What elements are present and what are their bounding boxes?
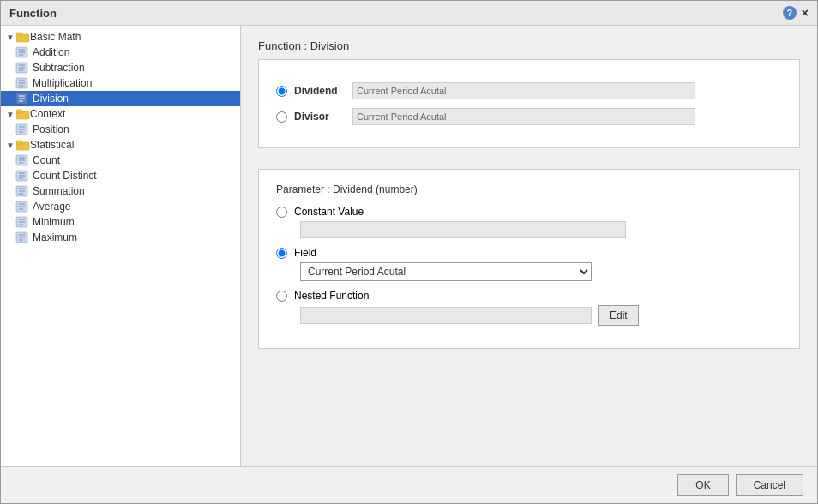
nested-input-row: Edit [300, 305, 782, 326]
tree-label-addition: Addition [33, 46, 69, 58]
tree-item-addition[interactable]: Addition [1, 45, 240, 60]
tree-label-count-distinct: Count Distinct [33, 170, 97, 182]
dividend-label: Dividend [294, 85, 346, 97]
field-select-row: Current Period Acutal [300, 262, 782, 281]
leaf-icon-position [4, 123, 30, 135]
constant-input-area [300, 221, 782, 238]
constant-radio[interactable] [276, 207, 287, 218]
function-box: Dividend Current Period Acutal Divisor C… [258, 59, 800, 148]
function-dialog: Function ? × ▼ Basic Math [0, 0, 818, 504]
leaf-icon-division [4, 93, 30, 105]
dialog-footer: OK Cancel [1, 466, 817, 503]
constant-value-row: Constant Value [276, 206, 782, 238]
help-icon[interactable]: ? [783, 6, 797, 20]
parameter-box: Parameter : Dividend (number) Constant V… [258, 169, 800, 349]
tree-label-position: Position [33, 123, 69, 135]
divisor-label: Divisor [294, 111, 346, 123]
nested-input-bg [300, 307, 592, 324]
tree-item-summation[interactable]: Summation [1, 183, 240, 199]
nested-label: Nested Function [294, 290, 369, 302]
field-select[interactable]: Current Period Acutal [300, 262, 592, 281]
dividend-row: Dividend Current Period Acutal [276, 82, 782, 99]
svg-rect-19 [16, 110, 22, 113]
constant-radio-row: Constant Value [276, 206, 782, 218]
leaf-icon-average [4, 201, 30, 213]
edit-button[interactable]: Edit [598, 305, 639, 326]
tree-item-count[interactable]: Count [1, 153, 240, 168]
tree-item-division[interactable]: Division [1, 91, 240, 106]
tree-item-multiplication[interactable]: Multiplication [1, 75, 240, 91]
tree-item-maximum[interactable]: Maximum [1, 230, 240, 245]
tree-item-context[interactable]: ▼ Context [1, 106, 240, 122]
nested-radio-row: Nested Function [276, 290, 782, 302]
tree-label-basic-math: Basic Math [30, 31, 81, 43]
svg-rect-25 [16, 141, 22, 144]
leaf-icon-subtraction [4, 62, 30, 74]
tree-item-minimum[interactable]: Minimum [1, 214, 240, 230]
function-header-text: Function : Division [258, 39, 800, 52]
leaf-icon-count-distinct [4, 170, 30, 182]
dividend-value: Current Period Acutal [352, 82, 695, 99]
nested-radio[interactable] [276, 291, 287, 302]
field-radio[interactable] [276, 248, 287, 259]
right-panel: Function : Division Dividend Current Per… [241, 26, 817, 466]
field-row: Field Current Period Acutal [276, 247, 782, 281]
field-label: Field [294, 247, 316, 259]
field-radio-row: Field [276, 247, 782, 259]
tree-item-basic-math[interactable]: ▼ Basic Math [1, 29, 240, 45]
tree-label-minimum: Minimum [33, 216, 75, 228]
svg-rect-1 [16, 33, 22, 36]
nested-function-row: Nested Function Edit [276, 290, 782, 326]
tree-item-position[interactable]: Position [1, 122, 240, 137]
tree-item-count-distinct[interactable]: Count Distinct [1, 168, 240, 183]
divisor-row: Divisor Current Period Acutal [276, 108, 782, 125]
parameter-header: Parameter : Dividend (number) [276, 183, 782, 195]
dividend-radio[interactable] [276, 86, 287, 97]
leaf-icon-count [4, 154, 30, 166]
tree-label-division: Division [33, 93, 69, 105]
divisor-radio[interactable] [276, 111, 287, 123]
folder-icon-statistical [16, 139, 30, 151]
tree-panel: ▼ Basic Math Addition [1, 26, 241, 466]
expand-arrow-statistical: ▼ [4, 139, 16, 151]
tree-label-summation: Summation [33, 185, 85, 197]
leaf-icon-summation [4, 185, 30, 197]
dialog-title: Function [9, 7, 57, 20]
leaf-icon-minimum [4, 216, 30, 228]
constant-label: Constant Value [294, 206, 364, 218]
tree-label-maximum: Maximum [33, 231, 77, 243]
dialog-titlebar: Function ? × [1, 1, 817, 26]
tree-item-average[interactable]: Average [1, 199, 240, 214]
titlebar-buttons: ? × [783, 6, 809, 20]
folder-icon-context [16, 108, 30, 120]
tree-label-multiplication: Multiplication [33, 77, 92, 89]
ok-button[interactable]: OK [677, 474, 728, 496]
tree-item-subtraction[interactable]: Subtraction [1, 60, 240, 75]
leaf-icon-addition [4, 46, 30, 58]
leaf-icon-multiplication [4, 77, 30, 89]
expand-arrow-basic-math: ▼ [4, 31, 16, 43]
folder-icon-basic-math [16, 31, 30, 43]
tree-item-statistical[interactable]: ▼ Statistical [1, 137, 240, 153]
close-icon[interactable]: × [802, 6, 809, 20]
constant-input-bg [300, 221, 626, 238]
tree-label-count: Count [33, 154, 60, 166]
divisor-value: Current Period Acutal [352, 108, 695, 125]
tree-scroll-area[interactable]: ▼ Basic Math Addition [1, 29, 240, 463]
expand-arrow-context: ▼ [4, 108, 16, 120]
tree-label-context: Context [30, 108, 65, 120]
tree-label-statistical: Statistical [30, 139, 74, 151]
cancel-button[interactable]: Cancel [736, 474, 803, 496]
tree-label-subtraction: Subtraction [33, 62, 85, 74]
tree-label-average: Average [33, 201, 70, 213]
leaf-icon-maximum [4, 231, 30, 243]
dialog-body: ▼ Basic Math Addition [1, 26, 817, 466]
function-header: Function : Division Dividend Current Per… [258, 39, 800, 155]
